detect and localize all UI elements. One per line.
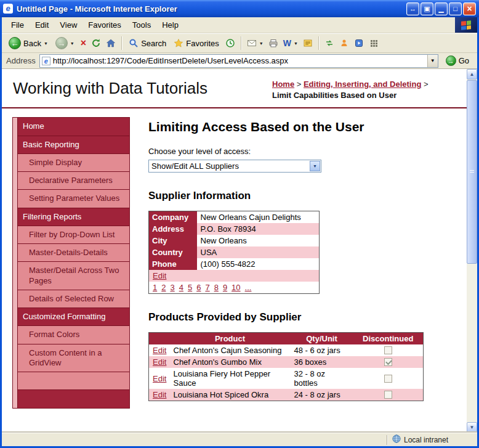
home-button[interactable] (104, 37, 118, 49)
window-title: Untitled Page - Microsoft Internet Explo… (17, 4, 406, 14)
pager-link-8[interactable]: 8 (214, 283, 219, 292)
forward-button[interactable]: → ▼ (52, 36, 78, 51)
page-header: Working with Data Tutorials Home > Editi… (2, 69, 467, 108)
sidebar-item-filtering-reports[interactable]: Filtering Reports (18, 208, 129, 226)
mail-icon (247, 38, 257, 48)
messenger-button[interactable] (337, 37, 351, 49)
sidebar-item-basic-reporting[interactable]: Basic Reporting (18, 136, 129, 154)
product-qty-cell: 24 - 8 oz jars (291, 389, 353, 401)
sidebar-item-customized-formatting[interactable]: Customized Formatting (18, 308, 129, 326)
vertical-scrollbar[interactable]: ▲ ▼ (467, 69, 477, 433)
search-label: Search (141, 39, 166, 48)
menu-help[interactable]: Help (156, 18, 184, 32)
web-page: Working with Data Tutorials Home > Editi… (2, 69, 467, 433)
pager-link-2[interactable]: 2 (161, 283, 166, 292)
sidebar-item-filter-by-drop-down-list[interactable]: Filter by Drop-Down List (18, 226, 129, 244)
pager-link-[interactable]: ... (245, 283, 252, 292)
menu-tools[interactable]: Tools (127, 18, 156, 32)
access-level-select[interactable]: Show/Edit ALL Suppliers ▼ (148, 160, 321, 173)
product-row: EditLouisiana Hot Spiced Okra24 - 8 oz j… (149, 389, 424, 401)
pager-link-9[interactable]: 9 (223, 283, 227, 292)
close-button[interactable]: × (463, 2, 476, 15)
sidebar-item-declarative-parameters[interactable]: Declarative Parameters (18, 172, 129, 190)
sidebar-item-home[interactable]: Home (18, 118, 129, 136)
discontinued-checkbox (384, 391, 392, 399)
supplier-row-country: CountryUSA (149, 246, 320, 258)
supplier-heading: Supplier Information (148, 190, 450, 202)
back-dropdown-icon[interactable]: ▼ (44, 41, 48, 46)
pager-link-10[interactable]: 10 (231, 283, 240, 292)
pager-link-4[interactable]: 4 (179, 283, 183, 292)
minimize-button[interactable]: ▁ (435, 2, 448, 15)
print-button[interactable] (267, 37, 280, 49)
product-edit-link[interactable]: Edit (153, 374, 166, 383)
mail-dropdown-icon[interactable]: ▼ (259, 41, 264, 46)
pager-link-5[interactable]: 5 (188, 283, 192, 292)
scrollbar-thumb[interactable] (467, 80, 477, 264)
sidebar-item-custom-content-in-a-gridview[interactable]: Custom Content in a GridView (18, 344, 129, 373)
address-label: Address (6, 56, 36, 65)
pager-link-1[interactable]: 1 (153, 283, 157, 292)
access-level-label: Choose your level of access: (148, 147, 450, 156)
forward-dropdown-icon[interactable]: ▼ (70, 41, 74, 46)
search-button[interactable]: Search (126, 37, 169, 49)
product-edit-link[interactable]: Edit (153, 357, 166, 367)
sidebar-item-format-colors[interactable]: Format Colors (18, 326, 129, 344)
products-header-discontinued: Discontinued (353, 333, 424, 345)
supplier-field-label: Country (149, 246, 197, 258)
menu-edit[interactable]: Edit (30, 18, 54, 32)
sidebar-item-partial[interactable] (18, 390, 129, 407)
pager-link-3[interactable]: 3 (170, 283, 174, 292)
sidebar-item-details-of-selected-row[interactable]: Details of Selected Row (18, 290, 129, 308)
menu-favorites[interactable]: Favorites (83, 18, 126, 32)
scroll-up-button[interactable]: ▲ (467, 69, 477, 79)
breadcrumb-link-editing-inserting-and-deleting[interactable]: Editing, Inserting, and Deleting (304, 79, 421, 89)
title-extra-arrows-button[interactable]: ↔ (406, 2, 419, 15)
breadcrumb-link-home[interactable]: Home (272, 79, 294, 89)
pager-link-6[interactable]: 6 (196, 283, 201, 292)
back-button[interactable]: ← Back ▼ (6, 36, 51, 51)
edit-dropdown-icon[interactable]: ▼ (294, 41, 298, 46)
stop-button[interactable]: × (79, 37, 88, 49)
window-controls: ↔ ▣ ▁ □ × (406, 2, 476, 15)
discuss-button[interactable] (301, 37, 315, 49)
products-header-product: Product (170, 333, 291, 345)
edit-button[interactable]: W ▼ (281, 37, 300, 49)
pager-link-7[interactable]: 7 (205, 283, 209, 292)
history-button[interactable] (223, 37, 237, 49)
go-button[interactable]: → Go (442, 55, 473, 67)
menu-bar: FileEditViewFavoritesToolsHelp (2, 17, 477, 33)
product-qty-cell: 36 boxes (291, 356, 353, 368)
title-extra-window-button[interactable]: ▣ (421, 2, 433, 15)
sidebar-item-master-details-details[interactable]: Master-Details-Details (18, 244, 129, 262)
product-edit-link[interactable]: Edit (153, 390, 166, 399)
tiles-button[interactable] (367, 37, 380, 49)
breadcrumb: Home > Editing, Inserting, and Deleting … (272, 76, 457, 101)
print-icon (268, 38, 278, 48)
sidebar-item-setting-parameter-values[interactable]: Setting Parameter Values (18, 190, 129, 208)
product-qty-cell: 48 - 6 oz jars (291, 344, 353, 356)
supplier-edit-link[interactable]: Edit (153, 271, 166, 280)
refresh-button[interactable] (89, 37, 103, 49)
access-level-value: Show/Edit ALL Suppliers (151, 161, 239, 171)
sidebar-item-partial[interactable] (18, 372, 129, 390)
menu-file[interactable]: File (6, 18, 30, 32)
product-row: EditChef Anton's Gumbo Mix36 boxes (149, 356, 424, 368)
sync-button[interactable] (323, 37, 336, 49)
chevron-down-icon[interactable]: ▼ (310, 161, 320, 171)
mail-button[interactable]: ▼ (245, 37, 265, 49)
scroll-down-button[interactable]: ▼ (467, 422, 477, 433)
sidebar-item-simple-display[interactable]: Simple Display (18, 154, 129, 172)
supplier-field-label: Address (149, 223, 197, 235)
favorites-button[interactable]: Favorites (171, 37, 222, 49)
address-input[interactable]: e http://localhost:1297/Code/EditInsertD… (39, 54, 438, 68)
discuss-icon (303, 38, 313, 48)
media-button[interactable] (352, 37, 366, 49)
maximize-button[interactable]: □ (449, 2, 462, 15)
product-edit-link[interactable]: Edit (153, 346, 166, 355)
sidebar-item-master-detail-across-two-pages[interactable]: Master/Detail Across Two Pages (18, 262, 129, 290)
address-dropdown-icon[interactable]: ▼ (427, 55, 438, 67)
supplier-row-city: CityNew Orleans (149, 235, 320, 246)
menu-view[interactable]: View (54, 18, 83, 32)
go-icon: → (446, 55, 456, 66)
